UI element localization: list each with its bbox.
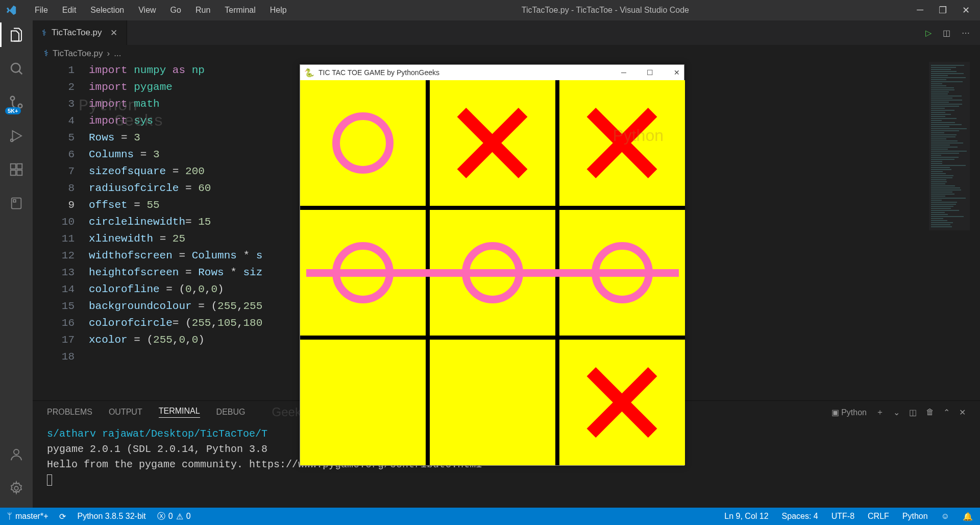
kill-terminal-icon[interactable]: 🗑	[926, 408, 934, 417]
eol-status[interactable]: CRLF	[868, 512, 889, 521]
sync-icon[interactable]: ⟳	[59, 512, 66, 521]
feedback-icon[interactable]: ☺	[941, 512, 949, 521]
menu-help[interactable]: Help	[263, 6, 294, 15]
breadcrumb-file: TicTacToe.py	[53, 49, 103, 59]
svg-point-12	[14, 449, 19, 455]
menu-edit[interactable]: Edit	[55, 6, 84, 15]
menu-view[interactable]: View	[131, 6, 163, 15]
svg-marker-4	[13, 131, 22, 141]
game-board[interactable]	[300, 80, 685, 465]
svg-point-0	[11, 63, 20, 73]
tab-bar: ⚕ TicTacToe.py ✕ ▷ ◫ ⋯	[33, 20, 980, 45]
svg-point-5	[11, 139, 13, 141]
menu-run[interactable]: Run	[188, 6, 217, 15]
window-title: TicTacToe.py - TicTacToe - Visual Studio…	[294, 6, 917, 15]
maximize-icon[interactable]: ❐	[939, 5, 947, 16]
statusbar: ᛘ master*+ ⟳ Python 3.8.5 32-bit ⓧ 0 ⚠ 0…	[0, 508, 980, 525]
language-mode[interactable]: Python	[902, 512, 928, 521]
menu-file[interactable]: File	[28, 6, 55, 15]
game-minimize-icon[interactable]: ─	[621, 68, 626, 77]
tab-tictactoe[interactable]: ⚕ TicTacToe.py ✕	[33, 20, 127, 45]
cursor-position[interactable]: Ln 9, Col 12	[724, 512, 768, 521]
board-cell[interactable]	[559, 80, 685, 206]
titlebar: File Edit Selection View Go Run Terminal…	[0, 0, 980, 20]
game-maximize-icon[interactable]: ☐	[647, 68, 653, 77]
run-file-icon[interactable]: ▷	[925, 28, 932, 38]
x-mark	[459, 110, 526, 176]
python-file-icon: ⚕	[44, 48, 48, 59]
search-icon[interactable]	[7, 59, 26, 78]
board-cell[interactable]	[430, 340, 555, 465]
win-line	[306, 269, 679, 277]
circle-mark	[332, 112, 394, 174]
more-actions-icon[interactable]: ⋯	[962, 28, 970, 38]
game-title: TIC TAC TOE GAME by PythonGeeks	[318, 68, 439, 77]
run-debug-icon[interactable]	[7, 127, 26, 145]
x-mark	[589, 110, 655, 176]
activitybar: 5K+	[0, 20, 33, 508]
settings-gear-icon[interactable]	[7, 479, 26, 497]
svg-rect-6	[11, 164, 16, 169]
svg-point-2	[11, 97, 15, 101]
breadcrumb-more: ...	[114, 49, 121, 59]
svg-rect-9	[17, 170, 22, 175]
explorer-icon[interactable]	[7, 26, 26, 44]
problems-status[interactable]: ⓧ 0 ⚠ 0	[157, 511, 191, 522]
tab-terminal[interactable]: TERMINAL	[159, 407, 200, 418]
breadcrumb[interactable]: ⚕ TicTacToe.py › ...	[33, 45, 980, 62]
menu-terminal[interactable]: Terminal	[217, 6, 262, 15]
tab-close-icon[interactable]: ✕	[110, 28, 117, 38]
split-terminal-icon[interactable]: ◫	[909, 408, 917, 417]
new-terminal-icon[interactable]: ＋	[876, 407, 884, 418]
line-gutter: 123456789101112131415161718	[33, 62, 89, 400]
menu-selection[interactable]: Selection	[83, 6, 131, 15]
python-env[interactable]: Python 3.8.5 32-bit	[77, 512, 145, 521]
board-cell[interactable]	[430, 80, 555, 206]
board-cell[interactable]	[300, 80, 426, 206]
tab-output[interactable]: OUTPUT	[109, 408, 142, 417]
pygame-icon: 🐍	[304, 68, 314, 78]
source-control-icon[interactable]: 5K+	[7, 93, 26, 111]
terminal-shell-label[interactable]: ▣ Python	[831, 408, 867, 417]
account-icon[interactable]	[7, 445, 26, 464]
maximize-panel-icon[interactable]: ⌃	[943, 408, 950, 417]
remote-icon[interactable]	[7, 194, 26, 212]
x-mark	[589, 369, 655, 436]
tab-label: TicTacToe.py	[52, 28, 102, 38]
game-titlebar: 🐍 TIC TAC TOE GAME by PythonGeeks ─ ☐ ✕	[300, 65, 684, 80]
encoding-status[interactable]: UTF-8	[831, 512, 854, 521]
svg-rect-7	[17, 164, 22, 169]
breadcrumb-sep: ›	[107, 49, 110, 59]
board-cell[interactable]	[300, 340, 426, 465]
svg-rect-8	[11, 170, 16, 175]
close-panel-icon[interactable]: ✕	[959, 408, 966, 417]
svg-line-1	[19, 71, 22, 74]
vscode-logo-icon	[5, 4, 17, 16]
game-window: 🐍 TIC TAC TOE GAME by PythonGeeks ─ ☐ ✕ …	[300, 64, 684, 466]
python-file-icon: ⚕	[42, 28, 46, 38]
close-icon[interactable]: ✕	[962, 5, 970, 16]
terminal-dropdown-icon[interactable]: ⌄	[893, 408, 900, 417]
svg-point-13	[14, 486, 18, 490]
indent-status[interactable]: Spaces: 4	[782, 512, 818, 521]
notifications-icon[interactable]: 🔔	[963, 512, 973, 521]
tab-debug-console[interactable]: DEBUG	[216, 408, 246, 417]
game-close-icon[interactable]: ✕	[674, 68, 680, 77]
menu-go[interactable]: Go	[163, 6, 188, 15]
minimize-icon[interactable]: ─	[917, 5, 923, 16]
extensions-icon[interactable]	[7, 160, 26, 179]
board-cell[interactable]	[559, 340, 685, 465]
tab-problems[interactable]: PROBLEMS	[47, 408, 92, 417]
split-editor-icon[interactable]: ◫	[943, 28, 950, 38]
minimap[interactable]	[929, 62, 970, 230]
scm-badge: 5K+	[5, 107, 21, 114]
git-branch[interactable]: ᛘ master*+	[7, 512, 48, 521]
svg-rect-11	[13, 200, 16, 202]
